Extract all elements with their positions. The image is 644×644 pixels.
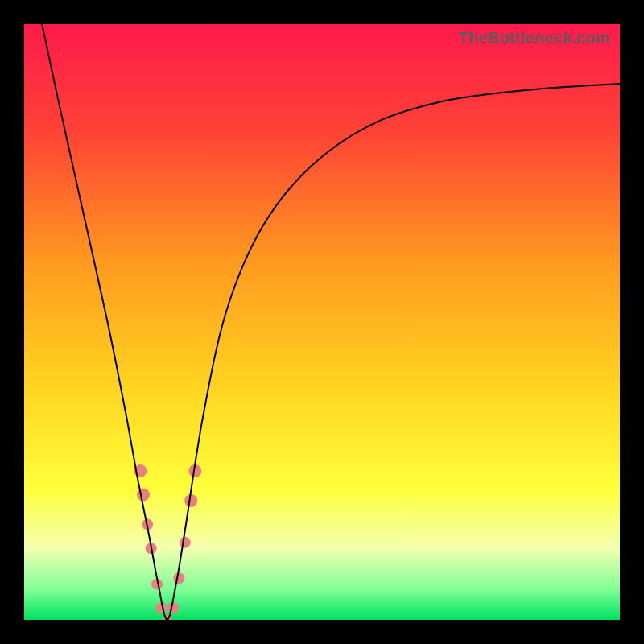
highlight-dot (173, 572, 184, 584)
curve-layer (24, 24, 620, 620)
highlight-dot (155, 602, 167, 613)
highlight-dot (180, 537, 191, 548)
chart-frame: TheBottleneck.com (0, 0, 644, 644)
highlight-dot (137, 489, 150, 502)
bottleneck-curve (42, 24, 620, 620)
plot-area: TheBottleneck.com (24, 24, 620, 620)
